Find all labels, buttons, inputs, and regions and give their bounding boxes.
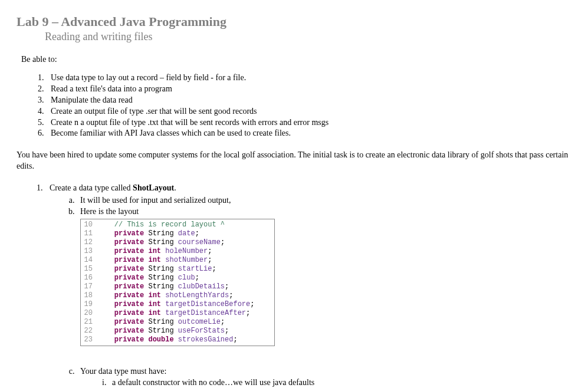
step1b: Here is the layout 10 // This is record … bbox=[77, 206, 574, 346]
code-line: 16 private String club; bbox=[81, 274, 274, 282]
line-number: 22 bbox=[81, 327, 97, 336]
code-line: 10 // This is record layout ^ bbox=[81, 221, 274, 229]
objective-item: Read a text file's data into a program bbox=[46, 84, 574, 95]
step1a: It will be used for input and serialized… bbox=[77, 195, 574, 206]
line-number: 15 bbox=[81, 265, 97, 274]
code-text: private int shotLengthYards; bbox=[97, 291, 274, 300]
line-number: 23 bbox=[81, 336, 97, 344]
be-able-heading: Be able to: bbox=[21, 55, 574, 64]
step1c-i: a default constructor with no code…we wi… bbox=[109, 377, 574, 388]
code-line: 13 private int holeNumber; bbox=[81, 247, 274, 256]
code-text: private String date; bbox=[97, 229, 274, 238]
code-line: 19 private int targetDistanceBefore; bbox=[81, 300, 274, 309]
title-main: Advanced Java Programming bbox=[61, 14, 226, 29]
code-line: 11 private String date; bbox=[81, 229, 274, 238]
objective-item: Manipulate the data read bbox=[46, 95, 574, 106]
doc-subtitle: Reading and writing files bbox=[45, 31, 574, 43]
code-text: private int targetDistanceBefore; bbox=[97, 300, 274, 309]
code-text: private String startLie; bbox=[97, 265, 274, 274]
code-line: 17 private String clubDetails; bbox=[81, 282, 274, 291]
line-number: 20 bbox=[81, 309, 97, 318]
line-number: 10 bbox=[81, 221, 97, 229]
code-text: private String useForStats; bbox=[97, 327, 274, 336]
line-number: 17 bbox=[81, 282, 97, 291]
step1-sublist-continued: Your data type must have: a default cons… bbox=[66, 366, 574, 388]
objective-item: Create n a ouptut file of type .txt that… bbox=[46, 117, 574, 129]
step1-text-suffix: . bbox=[174, 183, 176, 192]
code-line: 20 private int targetDistanceAfter; bbox=[81, 309, 274, 318]
line-number: 19 bbox=[81, 300, 97, 309]
line-number: 16 bbox=[81, 274, 97, 282]
doc-title: Lab 9 – Advanced Java Programming bbox=[17, 14, 574, 29]
code-line: 18 private int shotLengthYards; bbox=[81, 291, 274, 300]
objective-item: Use data type to lay out a record – fiel… bbox=[46, 73, 574, 84]
step1b-label: Here is the layout bbox=[80, 207, 139, 216]
line-number: 12 bbox=[81, 238, 97, 247]
code-text: private int holeNumber; bbox=[97, 247, 274, 256]
objectives-list: Use data type to lay out a record – fiel… bbox=[35, 73, 574, 139]
line-number: 14 bbox=[81, 256, 97, 265]
code-line: 21 private String outcomeLie; bbox=[81, 318, 274, 327]
step1c-sublist: a default constructor with no code…we wi… bbox=[98, 377, 574, 388]
line-number: 13 bbox=[81, 247, 97, 256]
instruction-step-1: Create a data type called ShotLayout. It… bbox=[45, 183, 574, 388]
code-line: 14 private int shotNumber; bbox=[81, 256, 274, 265]
objective-item: Become familiar with API Java classes wh… bbox=[46, 128, 574, 139]
code-text: private String outcomeLie; bbox=[97, 318, 274, 327]
step1-sublist: It will be used for input and serialized… bbox=[66, 195, 574, 346]
code-text: // This is record layout ^ bbox=[97, 221, 274, 229]
objective-item: Create an output file of type .ser that … bbox=[46, 106, 574, 117]
step1-text-prefix: Create a data type called bbox=[50, 183, 133, 192]
intro-paragraph: You have been hired to update some compu… bbox=[17, 150, 574, 172]
instructions-list: Create a data type called ShotLayout. It… bbox=[34, 183, 574, 388]
code-line: 22 private String useForStats; bbox=[81, 327, 274, 336]
code-line: 23 private double strokesGained; bbox=[81, 336, 274, 344]
code-text: private double strokesGained; bbox=[97, 336, 274, 344]
step1c: Your data type must have: a default cons… bbox=[77, 366, 574, 388]
line-number: 11 bbox=[81, 229, 97, 238]
step1-classname: ShotLayout bbox=[133, 183, 174, 192]
code-text: private String courseName; bbox=[97, 238, 274, 247]
code-text: private int targetDistanceAfter; bbox=[97, 309, 274, 318]
line-number: 21 bbox=[81, 318, 97, 327]
step1c-label: Your data type must have: bbox=[80, 367, 166, 376]
code-line: 12 private String courseName; bbox=[81, 238, 274, 247]
code-layout-box: 10 // This is record layout ^11 private … bbox=[80, 219, 275, 346]
code-text: private String clubDetails; bbox=[97, 282, 274, 291]
title-prefix: Lab 9 – bbox=[17, 14, 61, 29]
line-number: 18 bbox=[81, 291, 97, 300]
code-text: private String club; bbox=[97, 274, 274, 282]
code-text: private int shotNumber; bbox=[97, 256, 274, 265]
code-line: 15 private String startLie; bbox=[81, 265, 274, 274]
